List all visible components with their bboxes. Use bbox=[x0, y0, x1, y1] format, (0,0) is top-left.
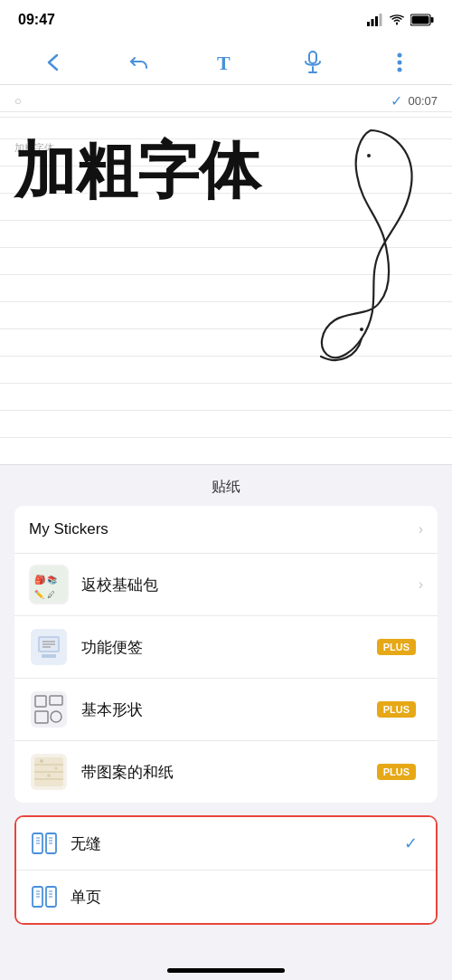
sticker-header: 贴纸 bbox=[0, 465, 452, 506]
sticker-icon-0: 🎒 📚 ✏️ 🖊 bbox=[29, 565, 69, 604]
svg-rect-6 bbox=[431, 17, 434, 23]
svg-rect-0 bbox=[367, 22, 370, 26]
svg-rect-2 bbox=[375, 16, 378, 26]
single-icon bbox=[31, 883, 58, 910]
svg-rect-9 bbox=[309, 52, 316, 63]
svg-point-41 bbox=[47, 774, 51, 777]
svg-point-39 bbox=[40, 759, 43, 763]
sticker-list: My Stickers › 🎒 📚 ✏️ 🖊 返校基础包 › bbox=[14, 506, 438, 803]
text-button[interactable]: T bbox=[208, 44, 244, 81]
svg-point-14 bbox=[398, 67, 402, 71]
time-with-check: ✓ 00:07 bbox=[391, 92, 438, 109]
bottom-options: 无缝 ✓ 单页 bbox=[14, 815, 438, 925]
sticker-item-0[interactable]: 🎒 📚 ✏️ 🖊 返校基础包 › bbox=[14, 554, 438, 616]
undo-button[interactable] bbox=[121, 44, 157, 81]
svg-point-15 bbox=[367, 154, 371, 157]
more-button[interactable] bbox=[381, 44, 418, 81]
status-bar: 09:47 bbox=[0, 0, 452, 40]
note-top-bar: ○ ✓ 00:07 bbox=[0, 85, 452, 118]
back-button[interactable] bbox=[34, 44, 71, 81]
my-stickers-label: My Stickers bbox=[29, 520, 419, 538]
sticker-icon-2 bbox=[29, 690, 69, 729]
note-area: ○ ✓ 00:07 加粗字体 加粗字体 bbox=[0, 85, 452, 465]
svg-point-13 bbox=[398, 60, 402, 64]
sticker-name-0: 返校基础包 bbox=[81, 575, 419, 595]
svg-point-12 bbox=[398, 52, 402, 57]
sticker-badge-2: PLUS bbox=[377, 701, 416, 718]
svg-text:✏️: ✏️ bbox=[34, 589, 45, 600]
handwriting-svg bbox=[289, 121, 434, 375]
seamless-icon bbox=[31, 830, 58, 857]
svg-text:📚: 📚 bbox=[47, 575, 58, 585]
sticker-item-3[interactable]: 带图案的和纸 PLUS bbox=[14, 741, 438, 803]
battery-icon bbox=[410, 14, 434, 26]
svg-text:🖊: 🖊 bbox=[47, 590, 55, 599]
svg-rect-7 bbox=[412, 16, 429, 24]
circle-label: ○ bbox=[14, 94, 22, 108]
sticker-item-2[interactable]: 基本形状 PLUS bbox=[14, 679, 438, 741]
svg-rect-29 bbox=[31, 691, 67, 728]
sticker-name-1: 功能便签 bbox=[81, 637, 377, 658]
svg-text:T: T bbox=[217, 52, 231, 74]
svg-point-16 bbox=[360, 328, 363, 331]
bold-text-display: 加粗字体 bbox=[14, 130, 260, 213]
sticker-panel: 贴纸 My Stickers › 🎒 📚 ✏️ 🖊 返校基础包 › bbox=[0, 465, 452, 803]
svg-text:🎒: 🎒 bbox=[34, 574, 46, 585]
mic-button[interactable] bbox=[295, 44, 331, 81]
my-stickers-chevron: › bbox=[419, 521, 423, 538]
sticker-badge-1: PLUS bbox=[377, 639, 416, 655]
status-icons bbox=[367, 14, 434, 26]
svg-rect-1 bbox=[372, 19, 374, 26]
sticker-icon-3 bbox=[29, 752, 69, 792]
svg-point-4 bbox=[396, 23, 398, 24]
toolbar: T bbox=[0, 40, 452, 85]
status-time: 09:47 bbox=[18, 12, 55, 28]
option-single-label: 单页 bbox=[71, 887, 421, 908]
svg-rect-3 bbox=[380, 14, 382, 26]
option-seamless-label: 无缝 bbox=[71, 833, 404, 854]
option-seamless-check: ✓ bbox=[404, 833, 418, 853]
svg-rect-28 bbox=[42, 654, 56, 658]
home-indicator bbox=[167, 968, 285, 973]
option-single[interactable]: 单页 bbox=[16, 871, 436, 923]
wifi-icon bbox=[389, 14, 405, 26]
my-stickers-row[interactable]: My Stickers › bbox=[14, 506, 438, 554]
signal-icon bbox=[367, 14, 383, 26]
sticker-badge-3: PLUS bbox=[377, 764, 416, 780]
svg-point-40 bbox=[55, 767, 58, 770]
sticker-name-2: 基本形状 bbox=[81, 699, 377, 720]
sticker-chevron-0: › bbox=[419, 576, 423, 593]
sticker-item-1[interactable]: 功能便签 PLUS bbox=[14, 616, 438, 679]
option-seamless[interactable]: 无缝 ✓ bbox=[16, 817, 436, 871]
sticker-icon-1 bbox=[29, 627, 69, 667]
sticker-name-3: 带图案的和纸 bbox=[81, 762, 377, 783]
